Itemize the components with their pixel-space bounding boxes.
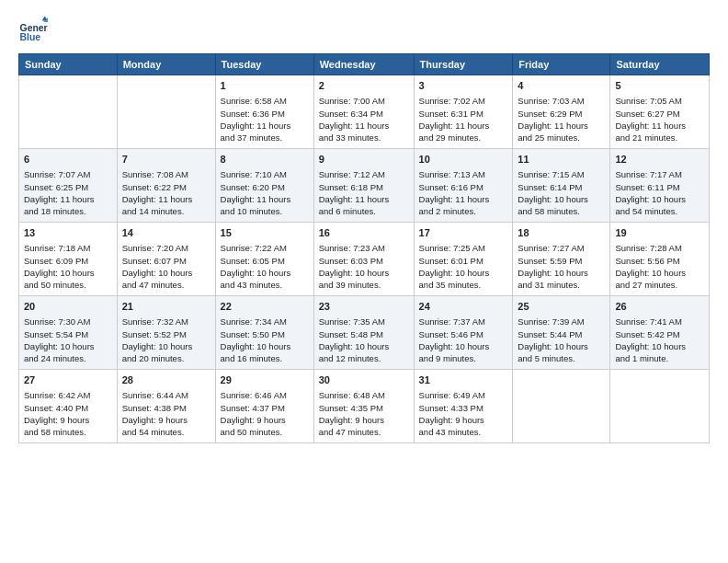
week-row-3: 13Sunrise: 7:18 AMSunset: 6:09 PMDayligh… bbox=[19, 223, 710, 296]
cell-content: Sunrise: 6:49 AM bbox=[419, 389, 508, 401]
cell-content: and 54 minutes. bbox=[122, 426, 210, 438]
day-number: 9 bbox=[319, 153, 409, 167]
header-row: SundayMondayTuesdayWednesdayThursdayFrid… bbox=[19, 54, 710, 75]
cell-content: Sunrise: 7:05 AM bbox=[615, 95, 704, 107]
day-number: 21 bbox=[122, 300, 210, 314]
cell-content: and 54 minutes. bbox=[615, 205, 704, 217]
cell-content: Sunset: 6:14 PM bbox=[518, 181, 605, 193]
cell-content: Sunrise: 7:37 AM bbox=[419, 316, 508, 327]
cell-content: Sunrise: 7:39 AM bbox=[518, 316, 605, 327]
calendar-cell: 5Sunrise: 7:05 AMSunset: 6:27 PMDaylight… bbox=[610, 75, 710, 149]
logo: General Blue bbox=[18, 15, 48, 44]
cell-content: Daylight: 10 hours bbox=[319, 340, 409, 352]
cell-content: Sunset: 6:27 PM bbox=[615, 108, 704, 120]
cell-content: Daylight: 10 hours bbox=[221, 340, 309, 352]
cell-content: Daylight: 11 hours bbox=[221, 193, 309, 205]
calendar-cell: 21Sunrise: 7:32 AMSunset: 5:52 PMDayligh… bbox=[117, 296, 215, 370]
cell-content: and 9 minutes. bbox=[419, 352, 508, 364]
day-header-monday: Monday bbox=[117, 54, 215, 75]
cell-content: Daylight: 9 hours bbox=[221, 414, 309, 426]
calendar-cell: 17Sunrise: 7:25 AMSunset: 6:01 PMDayligh… bbox=[414, 223, 513, 296]
day-number: 27 bbox=[24, 373, 112, 387]
cell-content: Sunset: 4:35 PM bbox=[319, 402, 409, 414]
cell-content: Sunrise: 7:25 AM bbox=[419, 242, 508, 254]
cell-content: Daylight: 10 hours bbox=[122, 267, 210, 279]
calendar-cell: 20Sunrise: 7:30 AMSunset: 5:54 PMDayligh… bbox=[19, 296, 118, 370]
cell-content: Sunrise: 6:42 AM bbox=[24, 389, 112, 401]
cell-content: Daylight: 10 hours bbox=[419, 340, 508, 352]
cell-content: Daylight: 10 hours bbox=[319, 267, 409, 279]
cell-content: and 24 minutes. bbox=[24, 352, 112, 364]
cell-content: Sunrise: 7:34 AM bbox=[221, 316, 309, 327]
cell-content: Sunrise: 7:27 AM bbox=[518, 242, 605, 254]
cell-content: Sunset: 5:46 PM bbox=[419, 328, 508, 340]
cell-content: Sunset: 6:03 PM bbox=[319, 255, 409, 267]
cell-content: Sunset: 5:44 PM bbox=[518, 328, 605, 340]
cell-content: Sunrise: 7:20 AM bbox=[122, 242, 210, 254]
calendar-cell: 14Sunrise: 7:20 AMSunset: 6:07 PMDayligh… bbox=[117, 223, 215, 296]
day-number: 3 bbox=[419, 79, 508, 93]
cell-content: Sunrise: 7:28 AM bbox=[615, 242, 704, 254]
day-header-friday: Friday bbox=[513, 54, 610, 75]
day-number: 24 bbox=[419, 300, 508, 314]
cell-content: Daylight: 10 hours bbox=[419, 267, 508, 279]
cell-content: Sunset: 6:01 PM bbox=[419, 255, 508, 267]
day-number: 28 bbox=[122, 373, 210, 387]
day-number: 2 bbox=[319, 79, 409, 93]
cell-content: Sunset: 5:56 PM bbox=[615, 255, 704, 267]
calendar-cell: 9Sunrise: 7:12 AMSunset: 6:18 PMDaylight… bbox=[313, 149, 414, 223]
cell-content: Sunrise: 6:58 AM bbox=[221, 95, 309, 107]
day-header-wednesday: Wednesday bbox=[313, 54, 414, 75]
cell-content: Sunset: 6:11 PM bbox=[615, 181, 704, 193]
day-number: 23 bbox=[319, 300, 409, 314]
calendar-cell: 24Sunrise: 7:37 AMSunset: 5:46 PMDayligh… bbox=[414, 296, 513, 370]
cell-content: Daylight: 11 hours bbox=[221, 120, 309, 132]
cell-content: and 2 minutes. bbox=[419, 205, 508, 217]
calendar-cell: 25Sunrise: 7:39 AMSunset: 5:44 PMDayligh… bbox=[513, 296, 610, 370]
calendar-cell: 3Sunrise: 7:02 AMSunset: 6:31 PMDaylight… bbox=[414, 75, 513, 149]
cell-content: Daylight: 11 hours bbox=[615, 120, 704, 132]
day-number: 19 bbox=[615, 226, 704, 240]
day-number: 18 bbox=[518, 226, 605, 240]
cell-content: Sunrise: 7:17 AM bbox=[615, 168, 704, 180]
cell-content: and 33 minutes. bbox=[319, 132, 409, 144]
day-number: 20 bbox=[24, 300, 112, 314]
day-number: 30 bbox=[319, 373, 409, 387]
day-header-tuesday: Tuesday bbox=[215, 54, 313, 75]
calendar-cell: 28Sunrise: 6:44 AMSunset: 4:38 PMDayligh… bbox=[117, 370, 215, 443]
cell-content: Daylight: 10 hours bbox=[122, 340, 210, 352]
cell-content: Daylight: 10 hours bbox=[518, 193, 605, 205]
cell-content: Daylight: 10 hours bbox=[615, 267, 704, 279]
cell-content: Sunset: 6:29 PM bbox=[518, 108, 605, 120]
day-number: 12 bbox=[615, 153, 704, 167]
cell-content: Daylight: 11 hours bbox=[122, 193, 210, 205]
day-number: 29 bbox=[221, 373, 309, 387]
calendar-cell: 22Sunrise: 7:34 AMSunset: 5:50 PMDayligh… bbox=[215, 296, 313, 370]
day-number: 6 bbox=[24, 153, 112, 167]
day-number: 8 bbox=[221, 153, 309, 167]
cell-content: Sunset: 6:25 PM bbox=[24, 181, 112, 193]
cell-content: Daylight: 10 hours bbox=[615, 340, 704, 352]
cell-content: Sunrise: 6:44 AM bbox=[122, 389, 210, 401]
cell-content: and 6 minutes. bbox=[319, 205, 409, 217]
cell-content: and 58 minutes. bbox=[24, 426, 112, 438]
cell-content: Sunset: 4:40 PM bbox=[24, 402, 112, 414]
week-row-2: 6Sunrise: 7:07 AMSunset: 6:25 PMDaylight… bbox=[19, 149, 710, 223]
day-number: 16 bbox=[319, 226, 409, 240]
cell-content: Sunset: 4:38 PM bbox=[122, 402, 210, 414]
cell-content: Sunset: 6:34 PM bbox=[319, 108, 409, 120]
day-number: 26 bbox=[615, 300, 704, 314]
cell-content: Daylight: 10 hours bbox=[24, 267, 112, 279]
calendar-table: SundayMondayTuesdayWednesdayThursdayFrid… bbox=[18, 53, 710, 443]
cell-content: and 5 minutes. bbox=[518, 352, 605, 364]
cell-content: Daylight: 9 hours bbox=[319, 414, 409, 426]
cell-content: and 14 minutes. bbox=[122, 205, 210, 217]
cell-content: Daylight: 9 hours bbox=[122, 414, 210, 426]
calendar-cell: 19Sunrise: 7:28 AMSunset: 5:56 PMDayligh… bbox=[610, 223, 710, 296]
cell-content: and 25 minutes. bbox=[518, 132, 605, 144]
cell-content: Sunrise: 7:00 AM bbox=[319, 95, 409, 107]
day-header-sunday: Sunday bbox=[19, 54, 118, 75]
day-number: 15 bbox=[221, 226, 309, 240]
cell-content: Sunrise: 7:12 AM bbox=[319, 168, 409, 180]
calendar-cell: 6Sunrise: 7:07 AMSunset: 6:25 PMDaylight… bbox=[19, 149, 118, 223]
